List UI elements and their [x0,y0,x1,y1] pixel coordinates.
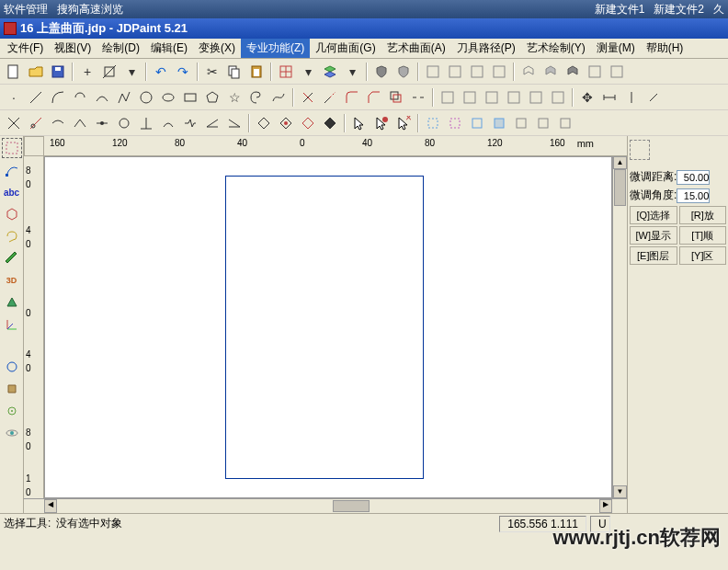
scroll-v-thumb[interactable] [614,169,626,206]
sel4-icon[interactable] [489,113,509,133]
save-file-icon[interactable] [48,62,68,82]
part-icon[interactable] [2,379,22,399]
view5-icon[interactable] [607,62,627,82]
sel5-icon[interactable] [511,113,531,133]
node-edit-icon[interactable] [2,160,22,180]
snap-end-icon[interactable]: + [77,62,97,82]
circle-tool-icon[interactable] [2,357,22,377]
snap-mid-icon[interactable] [99,62,119,82]
menu-draw[interactable]: 绘制(D) [97,39,145,58]
shield-icon[interactable] [371,62,392,82]
view-side-icon[interactable] [467,62,487,82]
layers-dropdown-icon[interactable]: ▾ [342,62,362,82]
mod3-icon[interactable] [48,113,68,133]
w-display-button[interactable]: [W]显示 [630,226,677,245]
menu-view[interactable]: 视图(V) [49,39,97,58]
redo-icon[interactable]: ↷ [173,62,193,82]
arc3-icon[interactable] [92,87,112,108]
view-front-icon[interactable] [423,62,443,82]
group3-icon[interactable] [482,87,502,108]
circle-icon[interactable] [136,87,156,108]
scroll-left-icon[interactable]: ◀ [44,499,57,513]
dim-v-icon[interactable] [621,87,642,108]
sel6-icon[interactable] [533,113,553,133]
cursor-icon[interactable] [349,113,370,133]
taskbar-item[interactable]: 搜狗高速浏览 [57,2,123,17]
view4-icon[interactable] [585,62,605,82]
group5-icon[interactable] [526,87,546,108]
curve-icon[interactable] [268,87,289,108]
diamond2-icon[interactable] [276,113,296,133]
wireframe-icon[interactable] [518,62,539,82]
r-button[interactable]: [R]放 [679,206,727,224]
brush-icon[interactable] [2,248,22,268]
menu-transform[interactable]: 变换(X) [193,39,241,58]
group4-icon[interactable] [504,87,524,108]
axis-icon[interactable] [2,314,22,335]
view-iso-icon[interactable] [489,62,509,82]
sel7-icon[interactable] [555,113,575,133]
vertical-scrollbar[interactable]: ▲ ▼ [612,156,627,498]
canvas-rectangle-shape[interactable] [225,176,424,479]
menu-geom-surface[interactable]: 几何曲面(G) [310,39,381,58]
group6-icon[interactable] [548,87,568,108]
view-top-icon[interactable] [445,62,465,82]
menu-art-surface[interactable]: 艺术曲面(A) [381,39,451,58]
scroll-up-icon[interactable]: ▲ [613,156,627,169]
copy-icon[interactable] [224,62,245,82]
spiral-icon[interactable] [246,87,267,108]
mod2-icon[interactable] [26,113,46,133]
open-file-icon[interactable] [26,62,46,82]
rect-icon[interactable] [180,87,200,108]
mod5-icon[interactable] [92,113,112,133]
diamond3-icon[interactable] [298,113,318,133]
mod11-icon[interactable] [224,113,245,133]
undo-icon[interactable]: ↶ [151,62,171,82]
panel-select-mode-icon[interactable] [630,140,650,160]
menu-edit[interactable]: 编辑(E) [145,39,193,58]
layers-icon[interactable] [320,62,340,82]
group2-icon[interactable] [460,87,480,108]
drawing-canvas[interactable] [44,156,612,498]
ellipse-icon[interactable] [158,87,178,108]
taskbar-item[interactable]: 久 [713,2,724,17]
line-icon[interactable] [26,87,46,108]
scroll-right-icon[interactable]: ▶ [599,499,612,513]
mod7-icon[interactable] [136,113,156,133]
arc-icon[interactable] [48,87,68,108]
q-select-button[interactable]: [Q]选择 [630,206,677,224]
break-icon[interactable] [408,87,428,108]
cursor-sel-icon[interactable] [371,113,392,133]
shield2-icon[interactable] [393,62,414,82]
menu-toolpath[interactable]: 刀具路径(P) [451,39,521,58]
text-tool-icon[interactable]: abc [2,182,22,202]
diamond4-icon[interactable] [320,113,340,133]
gear-icon[interactable] [2,401,22,421]
group1-icon[interactable] [438,87,458,108]
nudge-distance-input[interactable] [677,170,710,185]
mod4-icon[interactable] [70,113,90,133]
paste-icon[interactable] [246,62,267,82]
shaded-icon[interactable] [540,62,561,82]
snap-center-icon[interactable]: ▾ [121,62,142,82]
new-file-icon[interactable] [4,62,24,82]
offset-icon[interactable] [386,87,406,108]
sel1-icon[interactable] [423,113,443,133]
diamond1-icon[interactable] [254,113,274,133]
cone-icon[interactable] [2,292,22,313]
taskbar-item[interactable]: 新建文件1 [595,2,645,17]
mod1-icon[interactable] [4,113,24,133]
nudge-angle-input[interactable] [677,188,710,203]
scroll-h-thumb[interactable] [333,500,370,512]
render-icon[interactable] [563,62,583,82]
extend-icon[interactable] [320,87,340,108]
menu-art-draw[interactable]: 艺术绘制(Y) [521,39,591,58]
mod6-icon[interactable] [114,113,134,133]
sel2-icon[interactable] [445,113,465,133]
star-icon[interactable]: ☆ [224,87,245,108]
menu-file[interactable]: 文件(F) [2,39,49,58]
sel3-icon[interactable] [467,113,487,133]
grid-icon[interactable] [276,62,296,82]
menu-help[interactable]: 帮助(H) [641,39,689,58]
polyline-icon[interactable] [114,87,134,108]
